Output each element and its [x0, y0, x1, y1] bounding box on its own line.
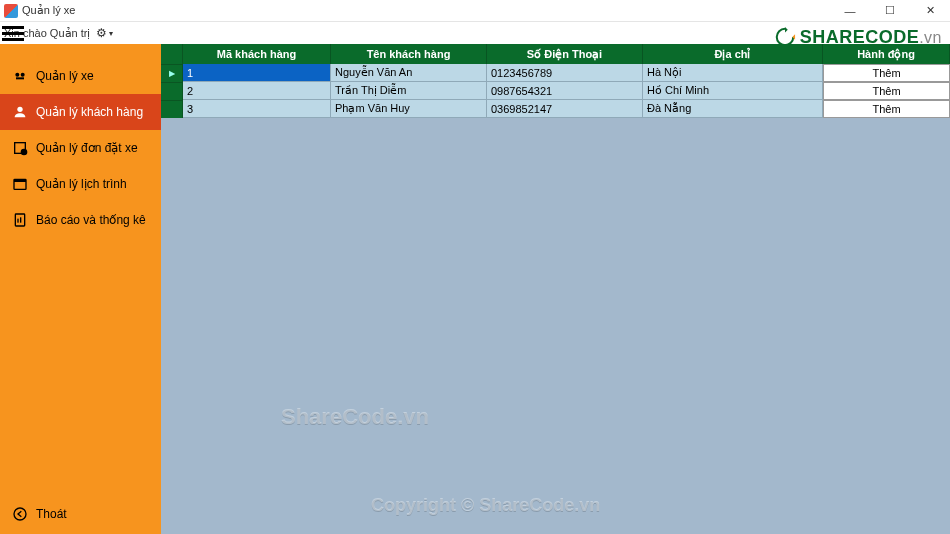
sidebar-item-vehicles[interactable]: Quản lý xe: [0, 58, 161, 94]
svg-marker-0: [785, 27, 788, 33]
svg-point-7: [21, 149, 26, 154]
cell-id[interactable]: 2: [183, 82, 331, 100]
table-row[interactable]: 3 Phạm Văn Huy 0369852147 Đà Nẵng Thêm: [161, 100, 950, 118]
svg-rect-12: [20, 217, 21, 222]
grid-col-address[interactable]: Địa chỉ: [643, 44, 823, 64]
sidebar-item-label: Quản lý đơn đặt xe: [36, 141, 138, 155]
sidebar-item-label: Quản lý lịch trình: [36, 177, 127, 191]
cell-name[interactable]: Nguyễn Văn An: [331, 64, 487, 82]
grid-col-name[interactable]: Tên khách hàng: [331, 44, 487, 64]
sidebar-item-orders[interactable]: Quản lý đơn đặt xe: [0, 130, 161, 166]
sidebar: Quản lý xe Quản lý khách hàng Quản lý đơ…: [0, 44, 161, 534]
calendar-icon: [12, 176, 28, 192]
svg-point-5: [17, 107, 22, 112]
gear-icon: ⚙: [96, 26, 107, 40]
topstrip: Xin chào Quản trị ⚙ ▾ SHARECODE.vn: [0, 22, 950, 44]
cell-address[interactable]: Đà Nẵng: [643, 100, 823, 118]
cell-name[interactable]: Phạm Văn Huy: [331, 100, 487, 118]
cell-phone[interactable]: 0123456789: [487, 64, 643, 82]
svg-point-13: [14, 508, 26, 520]
titlebar: Quản lý xe — ☐ ✕: [0, 0, 950, 22]
sidebar-item-label: Quản lý khách hàng: [36, 105, 143, 119]
table-row[interactable]: 2 Trần Thị Diễm 0987654321 Hồ Chí Minh T…: [161, 82, 950, 100]
row-header[interactable]: [161, 64, 183, 82]
add-button[interactable]: Thêm: [823, 100, 950, 118]
customers-grid: Mã khách hàng Tên khách hàng Số Điện Tho…: [161, 44, 950, 118]
sidebar-item-customers[interactable]: Quản lý khách hàng: [0, 94, 161, 130]
sidebar-item-label: Thoát: [36, 507, 67, 521]
cell-address[interactable]: Hà Nội: [643, 64, 823, 82]
cell-id[interactable]: 1: [183, 64, 331, 82]
watermark-brand: ShareCode.vn: [281, 404, 429, 430]
grid-col-id[interactable]: Mã khách hàng: [183, 44, 331, 64]
order-icon: [12, 140, 28, 156]
cell-id[interactable]: 3: [183, 100, 331, 118]
brand-text-suffix: .vn: [919, 29, 942, 46]
hamburger-menu[interactable]: [2, 26, 24, 42]
cell-address[interactable]: Hồ Chí Minh: [643, 82, 823, 100]
grid-header: Mã khách hàng Tên khách hàng Số Điện Tho…: [161, 44, 950, 64]
grid-col-phone[interactable]: Số Điện Thoại: [487, 44, 643, 64]
window-title: Quản lý xe: [22, 4, 75, 17]
content-area: Mã khách hàng Tên khách hàng Số Điện Tho…: [161, 44, 950, 534]
window-controls: — ☐ ✕: [830, 0, 950, 22]
cell-phone[interactable]: 0987654321: [487, 82, 643, 100]
row-header[interactable]: [161, 82, 183, 100]
svg-point-2: [15, 73, 19, 77]
cell-phone[interactable]: 0369852147: [487, 100, 643, 118]
svg-rect-9: [14, 179, 26, 182]
sidebar-item-reports[interactable]: Báo cáo và thống kê: [0, 202, 161, 238]
grid-col-action[interactable]: Hành động: [823, 44, 950, 64]
car-icon: [12, 68, 28, 84]
grid-corner: [161, 44, 183, 64]
sidebar-item-label: Báo cáo và thống kê: [36, 213, 146, 227]
maximize-button[interactable]: ☐: [870, 0, 910, 22]
app-icon: [4, 4, 18, 18]
sidebar-item-exit[interactable]: Thoát: [0, 494, 161, 534]
svg-rect-11: [17, 219, 18, 223]
exit-icon: [12, 506, 28, 522]
close-button[interactable]: ✕: [910, 0, 950, 22]
sidebar-item-schedule[interactable]: Quản lý lịch trình: [0, 166, 161, 202]
svg-point-3: [21, 73, 25, 77]
table-row[interactable]: 1 Nguyễn Văn An 0123456789 Hà Nội Thêm: [161, 64, 950, 82]
chevron-down-icon: ▾: [109, 29, 113, 38]
add-button[interactable]: Thêm: [823, 64, 950, 82]
main-layout: Quản lý xe Quản lý khách hàng Quản lý đơ…: [0, 44, 950, 534]
sidebar-item-label: Quản lý xe: [36, 69, 94, 83]
watermark-copyright: Copyright © ShareCode.vn: [371, 495, 600, 516]
add-button[interactable]: Thêm: [823, 82, 950, 100]
cell-name[interactable]: Trần Thị Diễm: [331, 82, 487, 100]
users-icon: [12, 104, 28, 120]
svg-rect-4: [16, 77, 24, 79]
row-header[interactable]: [161, 100, 183, 118]
report-icon: [12, 212, 28, 228]
settings-dropdown[interactable]: ⚙ ▾: [96, 26, 113, 40]
minimize-button[interactable]: —: [830, 0, 870, 22]
